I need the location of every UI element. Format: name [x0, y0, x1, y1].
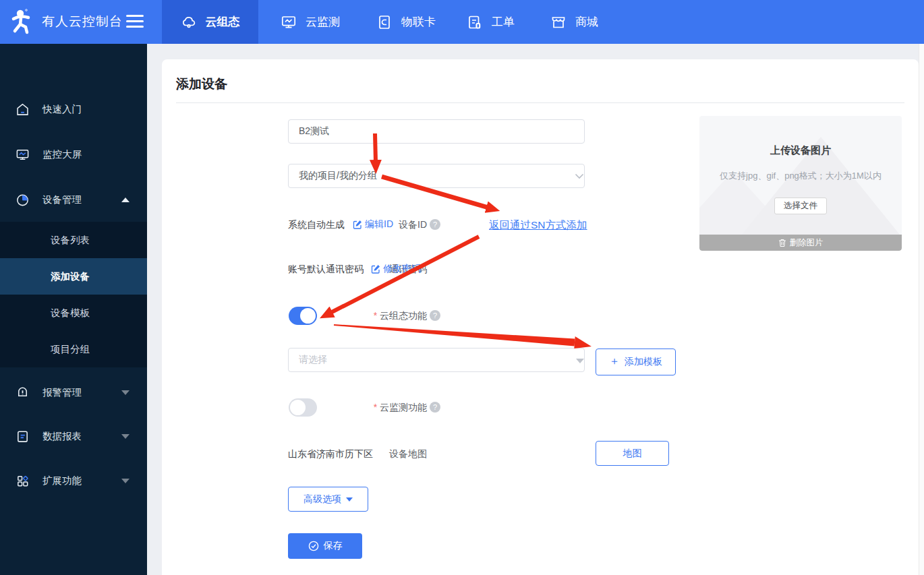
sidebar-item-data-report[interactable]: 数据报表 [0, 414, 147, 458]
tab-cloud-scada[interactable]: 云组态 [162, 0, 258, 44]
sidebar-item-add-device[interactable]: 添加设备 [0, 258, 147, 295]
extension-icon [16, 474, 30, 488]
check-circle-icon [308, 541, 319, 551]
add-template-button[interactable]: ＋ 添加模板 [596, 349, 676, 375]
monitor-toggle-off[interactable] [289, 398, 317, 417]
tab-label: 云监测 [306, 14, 340, 30]
scrollbar-track[interactable] [919, 44, 924, 575]
add-device-panel: 添加设备 设备名称 项目分组 我的项目/我的分组 设备ID ? 系统自动生成 编… [162, 59, 919, 575]
delete-image-button[interactable]: 删除图片 [699, 235, 902, 251]
question-icon[interactable]: ? [430, 219, 440, 230]
top-navbar: 有人云控制台 云组态 云监测 物联卡 [0, 0, 924, 44]
upload-title: 上传设备图片 [699, 144, 902, 157]
sidebar-item-alarm-manage[interactable]: 报警管理 [0, 370, 147, 415]
chevron-down-icon [121, 390, 129, 395]
tab-work-order[interactable]: 工单 [449, 0, 532, 44]
comm-password-value: 账号默认通讯密码 [288, 264, 364, 276]
sidebar-item-label: 扩展功能 [42, 475, 82, 487]
sidebar-item-big-screen[interactable]: 监控大屏 [0, 132, 147, 177]
chevron-down-icon [121, 479, 129, 483]
sidebar-item-quick-start[interactable]: 快速入门 [0, 87, 147, 131]
chevron-down-icon [121, 434, 129, 439]
monitor-chart-icon [281, 14, 297, 30]
big-screen-icon [16, 148, 30, 162]
app-root: 有人云控制台 云组态 云监测 物联卡 [0, 0, 924, 575]
brand: 有人云控制台 [8, 7, 123, 36]
alarm-icon [16, 386, 30, 400]
sidebar-item-device-manage[interactable]: 设备管理 [0, 177, 147, 222]
question-icon[interactable]: ? [430, 402, 440, 413]
tab-label: 物联卡 [401, 14, 436, 30]
edit-icon [353, 220, 362, 229]
tab-iot-card[interactable]: 物联卡 [359, 0, 453, 44]
upload-image-panel: 上传设备图片 仅支持jpg、gif、png格式；大小为1M以内 选择文件 删除图… [699, 116, 902, 251]
cloud-icon [181, 14, 197, 30]
advanced-options-button[interactable]: 高级选项 [288, 487, 368, 512]
toggle-knob [300, 308, 316, 324]
template-placeholder: 请选择 [299, 354, 327, 366]
chevron-down-icon [575, 173, 584, 179]
tab-label: 商城 [575, 14, 598, 30]
device-name-input[interactable] [288, 119, 585, 144]
mall-icon [550, 14, 567, 30]
chevron-up-icon [121, 198, 129, 202]
device-manage-icon [16, 193, 30, 207]
choose-file-button[interactable]: 选择文件 [774, 198, 827, 214]
back-to-sn-link[interactable]: 返回通过SN方式添加 [489, 218, 587, 233]
person-logo-icon [8, 7, 36, 36]
sidebar-item-label: 数据报表 [42, 430, 82, 443]
sidebar-item-device-template[interactable]: 设备模板 [0, 295, 147, 331]
upload-hint: 仅支持jpg、gif、png格式；大小为1M以内 [699, 170, 902, 182]
monitor-function-label: 云监测功能 [326, 402, 427, 414]
project-group-value: 我的项目/我的分组 [299, 170, 377, 182]
save-button[interactable]: 保存 [288, 533, 362, 559]
sidebar: 快速入门 监控大屏 设备管理 设备列表 添加设备 设备模板 项目分组 [0, 44, 147, 575]
sidebar-item-label: 设备管理 [42, 193, 82, 206]
scada-function-label: 云组态功能 [326, 310, 427, 322]
question-icon[interactable]: ? [430, 310, 440, 321]
tab-label: 工单 [492, 14, 515, 30]
change-password-link[interactable]: 修改密码 [371, 263, 421, 275]
trash-icon [778, 239, 786, 247]
tab-cloud-monitor[interactable]: 云监测 [263, 0, 357, 44]
sidebar-item-label: 报警管理 [42, 386, 82, 399]
map-button[interactable]: 地图 [596, 441, 669, 466]
page-title: 添加设备 [176, 75, 227, 93]
device-map-value: 山东省济南市历下区 [288, 448, 373, 460]
iot-card-icon [376, 14, 393, 30]
tab-label: 云组态 [206, 14, 240, 30]
plus-icon: ＋ [609, 355, 620, 369]
edit-icon [371, 264, 380, 274]
device-template-select[interactable]: 请选择 [288, 348, 585, 372]
edit-id-link[interactable]: 编辑ID [353, 218, 393, 231]
caret-down-icon [576, 359, 584, 363]
sidebar-item-extensions[interactable]: 扩展功能 [0, 458, 147, 503]
sidebar-item-project-group[interactable]: 项目分组 [0, 331, 147, 367]
device-id-value: 系统自动生成 [288, 219, 345, 231]
toggle-knob [290, 400, 306, 415]
device-manage-submenu: 设备列表 添加设备 设备模板 项目分组 [0, 222, 147, 367]
title-divider [176, 102, 904, 103]
report-icon [16, 429, 30, 444]
tab-mall[interactable]: 商城 [533, 0, 616, 44]
work-order-icon [467, 14, 483, 30]
project-group-select[interactable]: 我的项目/我的分组 [288, 164, 585, 188]
sidebar-item-label: 快速入门 [42, 103, 82, 116]
app-title: 有人云控制台 [42, 13, 123, 30]
scada-toggle-on[interactable] [289, 307, 317, 325]
sidebar-item-device-list[interactable]: 设备列表 [0, 222, 147, 258]
sidebar-item-label: 监控大屏 [42, 148, 82, 161]
hamburger-icon[interactable] [126, 15, 144, 28]
caret-down-icon [346, 497, 353, 502]
home-icon [16, 102, 30, 117]
